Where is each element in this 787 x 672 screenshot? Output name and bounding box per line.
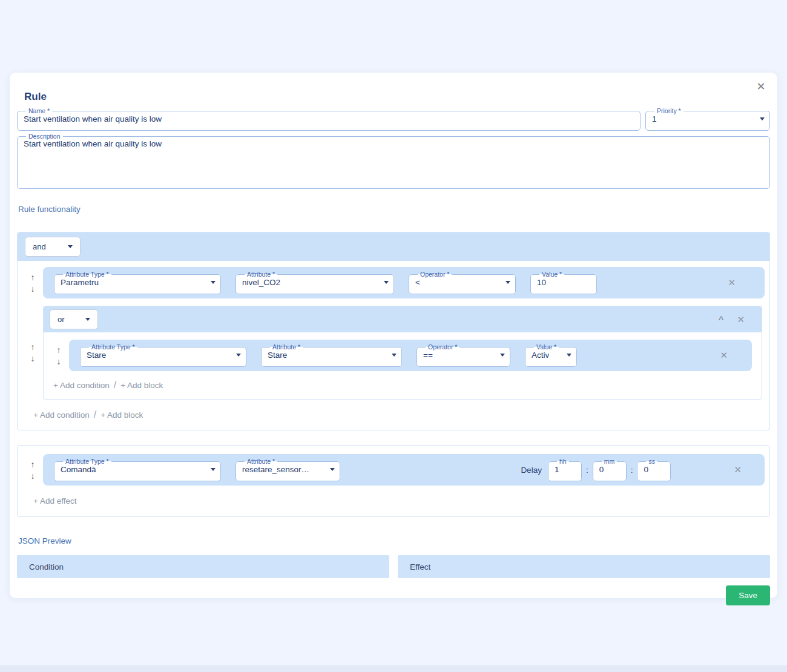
delay-label: Delay xyxy=(521,466,542,475)
json-preview-headers: Condition Effect xyxy=(17,555,770,578)
remove-condition-icon[interactable]: ✕ xyxy=(728,277,736,288)
attribute-type-label: Attribute Type * xyxy=(63,271,111,277)
add-effect-link[interactable]: + Add effect xyxy=(33,496,76,506)
attribute-type-value: Comandă xyxy=(61,465,96,474)
name-input[interactable] xyxy=(24,114,635,124)
chevron-down-icon xyxy=(330,468,335,471)
nested-add-links: + Add condition / + Add block xyxy=(44,371,762,399)
add-block-link[interactable]: + Add block xyxy=(100,410,143,420)
move-down-icon[interactable]: ↓ xyxy=(31,354,35,363)
nested-block-banner: or ^ ✕ xyxy=(44,306,762,332)
effect-group: ↑ ↓ Attribute Type * Comandă Attribute *… xyxy=(17,445,770,517)
remove-block-icon[interactable]: ✕ xyxy=(737,314,745,325)
move-down-icon[interactable]: ↓ xyxy=(31,285,35,293)
condition-group: and ↑ ↓ Attribute Type * Parametru Attri… xyxy=(17,232,770,430)
delay-ss-input[interactable] xyxy=(644,465,665,474)
delay-mm-field: mm xyxy=(593,458,627,481)
priority-label: Priority * xyxy=(654,108,683,114)
attribute-value: nivel_CO2 xyxy=(242,278,280,287)
attribute-type-select[interactable]: Stare xyxy=(87,349,241,360)
description-field: Description Start ventilation when air q… xyxy=(17,133,770,189)
close-icon[interactable]: ✕ xyxy=(753,79,769,94)
operator-field: Operator * < xyxy=(409,271,516,294)
delay-separator: : xyxy=(631,466,633,475)
value-input[interactable] xyxy=(537,278,591,287)
value-label: Value * xyxy=(534,344,559,350)
group-add-links: + Add condition / + Add block xyxy=(18,400,769,430)
attribute-select[interactable]: nivel_CO2 xyxy=(242,277,389,288)
move-arrows: ↑ ↓ xyxy=(22,343,43,363)
attribute-field: Attribute * resetare_sensor… xyxy=(235,458,340,481)
move-up-icon[interactable]: ↑ xyxy=(31,343,35,351)
priority-field: Priority * 1 xyxy=(645,108,770,131)
move-up-icon[interactable]: ↑ xyxy=(57,346,61,354)
remove-effect-icon[interactable]: ✕ xyxy=(734,464,742,475)
nested-block-wrap: ↑ ↓ or ^ ✕ ↑ ↓ xyxy=(18,298,769,400)
add-condition-link[interactable]: + Add condition xyxy=(33,410,90,420)
name-field: Name * xyxy=(17,108,640,131)
operator-select[interactable]: < xyxy=(415,277,510,288)
links-separator: / xyxy=(114,380,116,390)
operator-value: < xyxy=(415,278,420,287)
attribute-select[interactable]: resetare_sensor… xyxy=(242,464,335,475)
value-select[interactable]: Activ xyxy=(532,349,571,360)
json-condition-header: Condition xyxy=(17,555,389,578)
attribute-type-label: Attribute Type * xyxy=(63,458,111,464)
value-label: Value * xyxy=(539,271,564,277)
delay-hh-field: hh xyxy=(548,458,582,481)
value-field: Value * Activ xyxy=(525,344,577,367)
delay-ss-field: ss xyxy=(637,458,671,481)
json-effect-header: Effect xyxy=(398,555,770,578)
attribute-label: Attribute * xyxy=(245,271,277,277)
attribute-value: Stare xyxy=(268,351,287,360)
move-up-icon[interactable]: ↑ xyxy=(31,460,35,469)
attribute-type-select[interactable]: Comandă xyxy=(61,464,216,475)
chevron-down-icon xyxy=(85,318,90,321)
json-preview-heading: JSON Preview xyxy=(18,536,770,545)
dialog-footer: Save xyxy=(17,585,770,605)
attribute-field: Attribute * Stare xyxy=(261,344,402,367)
attribute-label: Attribute * xyxy=(245,458,277,464)
chevron-down-icon xyxy=(68,245,73,248)
attribute-type-select[interactable]: Parametru xyxy=(61,277,216,288)
condition-group-banner: and xyxy=(18,232,769,261)
operator-field: Operator * == xyxy=(417,344,510,367)
add-block-link[interactable]: + Add block xyxy=(120,381,163,390)
effect-row: Attribute Type * Comandă Attribute * res… xyxy=(43,454,765,486)
chevron-down-icon xyxy=(567,354,571,357)
dialog-title: Rule xyxy=(24,91,770,103)
nested-block-actions: ^ ✕ xyxy=(719,314,745,325)
collapse-block-icon[interactable]: ^ xyxy=(719,316,724,323)
attribute-value: resetare_sensor… xyxy=(242,465,309,474)
nested-logic-operator-select[interactable]: or xyxy=(50,309,98,329)
move-up-icon[interactable]: ↑ xyxy=(31,273,35,282)
add-condition-link[interactable]: + Add condition xyxy=(53,381,110,390)
effect-add-links: + Add effect xyxy=(18,486,769,516)
attribute-field: Attribute * nivel_CO2 xyxy=(235,271,394,294)
description-label: Description xyxy=(26,133,63,139)
value-value: Activ xyxy=(532,351,549,360)
logic-operator-select[interactable]: and xyxy=(25,237,81,257)
description-input[interactable]: Start ventilation when air quality is lo… xyxy=(24,139,765,177)
operator-select[interactable]: == xyxy=(423,349,505,360)
chevron-down-icon xyxy=(505,281,510,284)
attribute-select[interactable]: Stare xyxy=(268,349,397,360)
attribute-label: Attribute * xyxy=(270,344,303,350)
move-arrows: ↑ ↓ xyxy=(22,460,43,480)
delay-hh-input[interactable] xyxy=(555,465,576,474)
move-down-icon[interactable]: ↓ xyxy=(31,472,35,480)
save-button[interactable]: Save xyxy=(726,585,770,605)
chevron-down-icon xyxy=(760,117,765,120)
delay-mm-input[interactable] xyxy=(599,465,621,474)
move-down-icon[interactable]: ↓ xyxy=(57,357,61,366)
condition-row: Attribute Type * Parametru Attribute * n… xyxy=(43,267,765,298)
value-field: Value * xyxy=(530,271,597,294)
nested-condition-row-wrap: ↑ ↓ Attribute Type * Stare Attribute xyxy=(44,332,762,371)
chevron-down-icon xyxy=(500,354,505,357)
effect-row-wrap: ↑ ↓ Attribute Type * Comandă Attribute *… xyxy=(18,448,769,486)
priority-select[interactable]: 1 xyxy=(652,113,765,124)
remove-condition-icon[interactable]: ✕ xyxy=(720,350,728,361)
chevron-down-icon xyxy=(384,281,389,284)
attribute-type-value: Parametru xyxy=(61,278,99,287)
nested-logic-operator-value: or xyxy=(58,315,65,324)
